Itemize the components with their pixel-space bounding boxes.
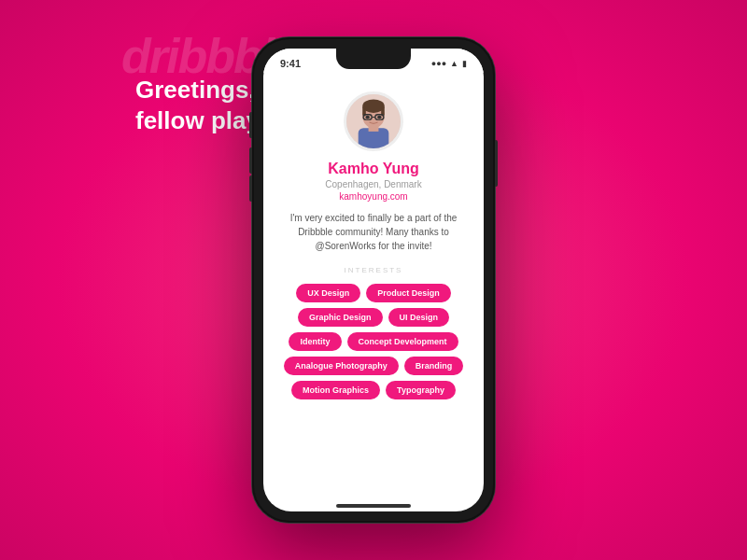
interests-label: INTERESTS bbox=[339, 266, 409, 274]
interest-tag[interactable]: Analogue Photography bbox=[284, 357, 399, 375]
svg-point-10 bbox=[365, 116, 370, 119]
avatar bbox=[344, 91, 403, 151]
profile-bio: I'm very excited to finally be a part of… bbox=[278, 211, 469, 253]
tags-container: UX DesignProduct DesignGraphic DesignUI … bbox=[278, 284, 469, 399]
status-time: 9:41 bbox=[280, 58, 301, 69]
interest-tag[interactable]: Typography bbox=[386, 381, 456, 399]
phone-mockup: 9:41 ●●● ▲ ▮ bbox=[252, 37, 495, 523]
phone-screen: 9:41 ●●● ▲ ▮ bbox=[263, 49, 484, 511]
interest-tag[interactable]: Graphic Design bbox=[298, 308, 383, 327]
phone-shell: 9:41 ●●● ▲ ▮ bbox=[252, 37, 495, 523]
signal-icon: ●●● bbox=[431, 59, 446, 68]
home-indicator bbox=[336, 504, 411, 508]
battery-icon: ▮ bbox=[462, 59, 467, 68]
phone-notch bbox=[336, 49, 411, 69]
screen-content[interactable]: Kamho Yung Copenhagen, Denmark kamhoyung… bbox=[263, 73, 484, 497]
interest-tag[interactable]: Motion Graphics bbox=[291, 381, 380, 399]
profile-name: Kamho Yung bbox=[328, 161, 419, 177]
profile-location: Copenhagen, Denmark bbox=[325, 179, 421, 189]
interest-tag[interactable]: Branding bbox=[404, 357, 464, 375]
interest-tag[interactable]: UX Design bbox=[296, 284, 360, 302]
interest-tag[interactable]: Product Design bbox=[366, 284, 451, 302]
interest-tag[interactable]: Concept Development bbox=[347, 332, 458, 351]
interest-tag[interactable]: Identity bbox=[289, 332, 341, 351]
wifi-icon: ▲ bbox=[450, 59, 458, 68]
interest-tag[interactable]: UI Design bbox=[388, 308, 450, 327]
svg-point-11 bbox=[377, 116, 382, 119]
profile-website[interactable]: kamhoyung.com bbox=[339, 191, 407, 202]
status-icons: ●●● ▲ ▮ bbox=[431, 59, 467, 68]
